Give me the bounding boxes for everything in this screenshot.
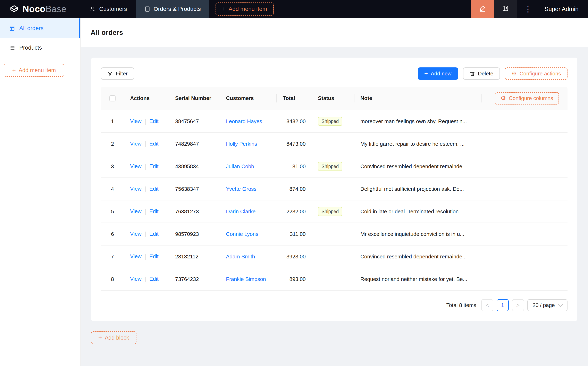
view-link[interactable]: View [130, 276, 142, 282]
configure-columns-label: Configure columns [509, 95, 553, 101]
edit-link[interactable]: Edit [149, 231, 158, 237]
content: Filter + Add new [81, 47, 588, 344]
pagination-page-1[interactable]: 1 [497, 299, 509, 311]
add-new-button[interactable]: + Add new [418, 68, 458, 80]
note-cell: Convinced resembled dependent remainde..… [354, 253, 482, 260]
total-cell: 874.00 [277, 186, 312, 192]
customer-link[interactable]: Julian Cobb [226, 163, 254, 169]
app-logo[interactable]: NocoBase [0, 0, 75, 18]
edit-link[interactable]: Edit [149, 276, 158, 282]
row-index: 6 [101, 231, 124, 237]
serial-number-cell: 74829847 [169, 141, 220, 147]
note-cell: My little garret repair to desire he est… [354, 141, 482, 147]
select-all-checkbox[interactable] [109, 95, 116, 101]
column-header-actions: Actions [124, 95, 169, 101]
delete-button[interactable]: Delete [463, 68, 500, 80]
header-right: ⋮ Super Admin [471, 0, 588, 18]
edit-link[interactable]: Edit [149, 118, 158, 124]
ui-editor-button[interactable] [471, 0, 494, 18]
customer-link[interactable]: Leonard Hayes [226, 118, 262, 124]
column-header-total: Total [277, 95, 312, 101]
serial-number-cell: 75638347 [169, 186, 220, 192]
row-index: 8 [101, 276, 124, 282]
customer-link[interactable]: Yvette Gross [226, 186, 256, 192]
view-link[interactable]: View [130, 163, 142, 169]
menu-grid-button[interactable] [494, 0, 517, 18]
customer-link[interactable]: Connie Lyons [226, 231, 258, 237]
actions-cell: ViewEdit [124, 141, 169, 147]
customer-link[interactable]: Darin Clarke [226, 208, 256, 214]
configure-actions-button[interactable]: ⚙ Configure actions [505, 68, 567, 80]
row-index: 1 [101, 118, 124, 125]
page-number: 1 [501, 302, 504, 308]
total-cell: 2232.00 [277, 208, 312, 215]
actions-cell: ViewEdit [124, 208, 169, 214]
page-size-value: 20 / page [533, 302, 555, 308]
serial-number-cell: 73764232 [169, 276, 220, 282]
table-row: 2 ViewEdit 74829847 Holly Perkins 8473.0… [101, 133, 567, 155]
sidebar-item-all-orders[interactable]: All orders [0, 18, 80, 38]
note-cell: moreover man feelings own shy. Request n… [354, 118, 482, 125]
edit-link[interactable]: Edit [149, 163, 158, 169]
nav-item-orders-products[interactable]: Orders & Products [136, 0, 209, 18]
view-link[interactable]: View [130, 186, 142, 192]
main-area: All orders Filter + [81, 18, 588, 366]
customer-cell: Frankie Simpson [220, 276, 277, 282]
user-menu[interactable]: Super Admin [539, 0, 588, 18]
nav-item-customers[interactable]: Customers [81, 0, 136, 18]
note-cell: Delightful met sufficient projection ask… [354, 186, 482, 192]
pagination-prev-button[interactable]: < [481, 299, 493, 311]
action-divider [145, 186, 146, 192]
customer-link[interactable]: Frankie Simpson [226, 276, 266, 282]
vertical-ellipsis-icon: ⋮ [524, 5, 532, 14]
pagination-total: Total 8 items [446, 302, 476, 308]
edit-link[interactable]: Edit [149, 186, 158, 192]
customer-link[interactable]: Holly Perkins [226, 141, 257, 147]
customer-cell: Yvette Gross [220, 186, 277, 192]
total-cell: 3923.00 [277, 253, 312, 260]
row-index: 5 [101, 208, 124, 215]
menu-grid-icon [502, 5, 509, 13]
row-index: 2 [101, 141, 124, 147]
pagination-next-button[interactable]: > [512, 299, 524, 311]
status-cell: Shipped [312, 117, 354, 126]
sidebar-add-menu-item-button[interactable]: + Add menu item [4, 64, 64, 77]
add-block-label: Add block [105, 335, 129, 341]
serial-number-cell: 23132112 [169, 253, 220, 260]
customer-cell: Julian Cobb [220, 163, 277, 170]
layout: All orders Products + Add menu item All … [0, 18, 588, 366]
page-size-select[interactable]: 20 / page [527, 299, 567, 311]
header-checkbox-cell [101, 95, 124, 101]
header-add-menu-item-button[interactable]: + Add menu item [216, 2, 274, 15]
edit-link[interactable]: Edit [149, 208, 158, 214]
add-block-button[interactable]: + Add block [91, 331, 136, 344]
more-options-button[interactable]: ⋮ [517, 0, 539, 18]
table-row: 3 ViewEdit 43895834 Julian Cobb 31.00 Sh… [101, 155, 567, 178]
table-row: 8 ViewEdit 73764232 Frankie Simpson 893.… [101, 268, 567, 290]
view-link[interactable]: View [130, 118, 142, 124]
customer-link[interactable]: Adam Smith [226, 253, 255, 260]
action-divider [145, 141, 146, 147]
view-link[interactable]: View [130, 141, 142, 147]
view-link[interactable]: View [130, 208, 142, 214]
edit-link[interactable]: Edit [149, 253, 158, 259]
edit-link[interactable]: Edit [149, 141, 158, 147]
toolbar-right: + Add new Delete ⚙ [418, 68, 567, 80]
chevron-right-icon: > [516, 302, 520, 309]
view-link[interactable]: View [130, 253, 142, 259]
top-header: NocoBase Customers Orders & Products [0, 0, 588, 18]
column-header-note: Note [354, 95, 482, 101]
filter-label: Filter [116, 70, 128, 77]
total-cell: 8473.00 [277, 141, 312, 147]
plus-icon: + [424, 70, 428, 77]
sidebar-item-products[interactable]: Products [0, 38, 80, 57]
table-row: 4 ViewEdit 75638347 Yvette Gross 874.00 … [101, 178, 567, 200]
table-row: 6 ViewEdit 98570923 Connie Lyons 311.00 … [101, 223, 567, 245]
filter-button[interactable]: Filter [101, 68, 134, 80]
sidebar-add-menu-item-label: Add menu item [19, 67, 56, 74]
sidebar-all-orders-label: All orders [19, 25, 43, 31]
configure-columns-button[interactable]: ⚙ Configure columns [495, 92, 559, 105]
view-link[interactable]: View [130, 231, 142, 237]
plus-icon: + [222, 6, 226, 12]
customer-cell: Leonard Hayes [220, 118, 277, 125]
